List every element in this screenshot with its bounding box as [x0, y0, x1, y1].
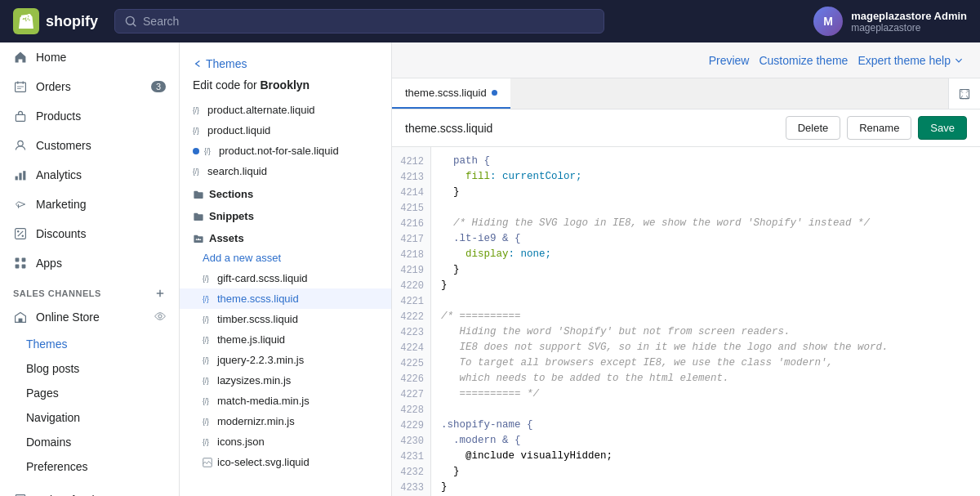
code-line[interactable]: ========== */ — [431, 387, 980, 402]
file-tree-header: Themes — [180, 49, 391, 78]
code-line[interactable]: which needs to be added to the html elem… — [431, 371, 980, 387]
search-bar[interactable]: Search — [114, 9, 604, 34]
sidebar-sub-item-themes[interactable]: Themes — [0, 332, 179, 356]
sidebar-item-apps[interactable]: Apps — [0, 248, 179, 278]
sidebar-item-analytics[interactable]: Analytics — [0, 160, 179, 190]
code-line[interactable]: } — [431, 185, 980, 200]
sidebar-sub-item-pages[interactable]: Pages — [0, 381, 179, 405]
line-number: 4213 — [392, 169, 430, 185]
add-asset-link[interactable]: Add a new asset — [180, 248, 391, 268]
file-tree: Themes Edit code for Brooklyn {/} produc… — [180, 42, 392, 496]
code-line[interactable]: } — [431, 278, 980, 293]
code-line[interactable]: .lt-ie9 & { — [431, 231, 980, 247]
file-item-product[interactable]: {/} product.liquid — [180, 120, 391, 141]
code-line[interactable]: fill: currentColor; — [431, 169, 980, 185]
sidebar-label-analytics: Analytics — [36, 168, 82, 181]
preview-link[interactable]: Preview — [709, 54, 750, 67]
orders-badge: 3 — [151, 81, 166, 92]
shopify-logo[interactable]: shopify — [13, 8, 98, 34]
code-line[interactable]: display: none; — [431, 247, 980, 262]
sidebar-label-online-store: Online Store — [36, 311, 100, 324]
editor-header-right: Preview Customize theme Expert theme hel… — [709, 54, 964, 67]
code-line[interactable] — [431, 200, 980, 216]
liquid-icon-4: {/} — [193, 167, 203, 177]
code-line[interactable]: @include visuallyHidden; — [431, 449, 980, 464]
liquid-lazysizes-icon: {/} — [203, 376, 212, 386]
code-line[interactable]: } — [431, 262, 980, 278]
delete-button[interactable]: Delete — [786, 116, 841, 140]
code-line[interactable]: To target all browsers except IE8, we us… — [431, 355, 980, 371]
online-store-eye-icon[interactable] — [154, 311, 166, 324]
editor-header: Preview Customize theme Expert theme hel… — [392, 42, 980, 78]
svg-point-24 — [158, 314, 162, 317]
sidebar-sub-item-domains[interactable]: Domains — [0, 430, 179, 454]
svg-rect-23 — [19, 319, 23, 323]
code-line[interactable]: /* Hiding the SVG logo in IE8, we show t… — [431, 216, 980, 231]
file-item-theme-scss[interactable]: {/} theme.scss.liquid — [180, 288, 391, 309]
liquid-theme-js-icon: {/} — [203, 335, 212, 345]
sidebar-label-discounts: Discounts — [36, 227, 86, 240]
sidebar-item-customers[interactable]: Customers — [0, 131, 179, 160]
file-item-theme-js[interactable]: {/} theme.js.liquid — [180, 329, 391, 350]
rename-button[interactable]: Rename — [847, 116, 911, 140]
svg-rect-9 — [16, 177, 18, 181]
home-icon — [13, 50, 28, 65]
code-line[interactable]: Hiding the word 'Shopify' but not from s… — [431, 324, 980, 340]
save-button[interactable]: Save — [918, 116, 967, 140]
file-item-search[interactable]: {/} search.liquid — [180, 161, 391, 181]
sidebar-sub-item-navigation[interactable]: Navigation — [0, 405, 179, 430]
sidebar-item-discounts[interactable]: Discounts — [0, 219, 179, 248]
code-line[interactable]: path { — [431, 154, 980, 169]
back-button[interactable]: Themes — [193, 57, 247, 70]
user-menu[interactable]: M mageplazastore Admin mageplazastore — [813, 7, 967, 36]
file-item-product-alternate[interactable]: {/} product.alternate.liquid — [180, 100, 391, 120]
code-editor-panel: Preview Customize theme Expert theme hel… — [392, 42, 980, 496]
user-store: mageplazastore — [851, 22, 967, 34]
code-line[interactable]: IE8 does not support SVG, so in it we hi… — [431, 340, 980, 355]
sidebar-item-products[interactable]: Products — [0, 101, 179, 131]
sidebar-item-marketing[interactable]: Marketing — [0, 190, 179, 219]
sidebar-item-pos[interactable]: Point of Sale — [0, 485, 179, 496]
apps-icon — [13, 256, 28, 270]
sidebar-label-orders: Orders — [36, 80, 71, 93]
file-item-match-media[interactable]: {/} match-media.min.js — [180, 391, 391, 411]
customize-theme-link[interactable]: Customize theme — [759, 54, 848, 67]
file-item-product-not-for-sale[interactable]: {/} product.not-for-sale.liquid — [180, 141, 391, 161]
expand-editor-button[interactable] — [948, 78, 980, 109]
file-item-gift-card[interactable]: {/} gift-card.scss.liquid — [180, 268, 391, 288]
expert-help-link[interactable]: Expert theme help — [858, 54, 964, 67]
user-info: mageplazastore Admin mageplazastore — [851, 10, 967, 34]
folder-assets[interactable]: Assets — [180, 226, 391, 248]
add-channel-icon[interactable] — [154, 288, 166, 299]
file-item-jquery[interactable]: {/} jquery-2.2.3.min.js — [180, 350, 391, 370]
file-item-icons-json[interactable]: {/} icons.json — [180, 431, 391, 452]
sidebar-item-orders[interactable]: Orders 3 — [0, 72, 179, 101]
code-area[interactable]: 4212421342144215421642174218421942204221… — [392, 147, 980, 496]
sidebar-item-online-store[interactable]: Online Store — [0, 302, 179, 332]
code-line[interactable] — [431, 293, 980, 309]
sidebar-item-home[interactable]: Home — [0, 42, 179, 72]
code-line[interactable] — [431, 402, 980, 418]
svg-text:{/}: {/} — [203, 275, 209, 283]
code-line[interactable]: } — [431, 464, 980, 480]
folder-sections[interactable]: Sections — [180, 181, 391, 203]
tab-theme-scss-liquid[interactable]: theme.scss.liquid — [392, 78, 510, 109]
svg-point-16 — [22, 235, 24, 237]
file-item-lazysizes[interactable]: {/} lazysizes.min.js — [180, 370, 391, 391]
line-number: 4217 — [392, 231, 430, 247]
line-number: 4231 — [392, 449, 430, 464]
orders-icon — [13, 79, 28, 94]
code-line[interactable]: .shopify-name { — [431, 418, 980, 433]
code-line[interactable]: /* ========== — [431, 309, 980, 324]
code-line[interactable]: .modern & { — [431, 433, 980, 449]
file-item-timber[interactable]: {/} timber.scss.liquid — [180, 309, 391, 329]
folder-snippets[interactable]: Snippets — [180, 203, 391, 226]
code-lines[interactable]: path { fill: currentColor; } /* Hiding t… — [431, 147, 980, 496]
file-item-modernizr[interactable]: {/} modernizr.min.js — [180, 411, 391, 431]
sidebar-sub-item-blog-posts[interactable]: Blog posts — [0, 356, 179, 381]
liquid-timber-icon: {/} — [203, 315, 212, 324]
sidebar-sub-item-preferences[interactable]: Preferences — [0, 454, 179, 479]
code-line[interactable]: } — [431, 480, 980, 495]
page-title-bar: Edit code for Brooklyn — [180, 78, 391, 100]
file-item-ico-select[interactable]: ico-select.svg.liquid — [180, 452, 391, 472]
